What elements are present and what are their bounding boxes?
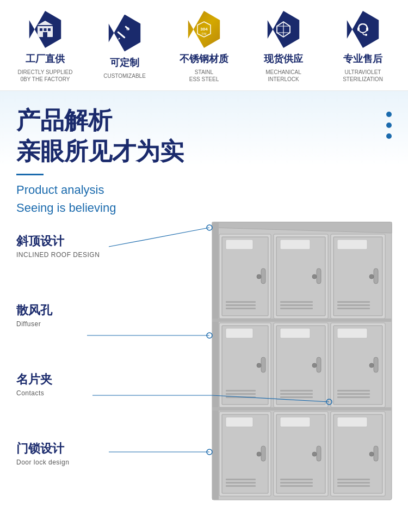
svg-rect-73	[276, 414, 325, 493]
svg-rect-37	[337, 240, 367, 249]
svg-rect-61	[337, 390, 370, 392]
dot-2	[386, 123, 392, 128]
svg-rect-76	[280, 479, 313, 480]
svg-rect-83	[337, 479, 370, 480]
inclined-roof-chinese: 斜顶设计	[16, 233, 147, 249]
svg-rect-66	[222, 414, 268, 493]
svg-rect-54	[280, 390, 313, 392]
svg-rect-60	[374, 357, 378, 372]
svg-point-94	[369, 452, 374, 456]
svg-rect-72	[274, 412, 328, 496]
svg-rect-44	[222, 326, 268, 405]
svg-rect-70	[226, 482, 256, 484]
svg-line-100	[212, 395, 329, 402]
svg-rect-58	[333, 326, 382, 405]
diffuser-chinese: 散风孔	[16, 302, 147, 319]
icon-item-stock: 现货供应 MECHANICALINTERLOCK	[244, 10, 323, 83]
svg-rect-24	[261, 268, 265, 284]
svg-rect-53	[317, 357, 321, 372]
svg-rect-71	[226, 485, 256, 487]
svg-rect-2	[44, 28, 47, 31]
steel-english: STAINLESS STEEL	[189, 69, 219, 83]
svg-rect-36	[333, 237, 382, 316]
svg-rect-59	[337, 328, 367, 338]
product-section: 产品解析 亲眼所见才为实 Product analysis Seeing is …	[0, 91, 408, 217]
svg-rect-51	[276, 326, 325, 405]
hexagon-custom	[105, 14, 144, 53]
svg-rect-55	[280, 393, 313, 395]
svg-rect-52	[280, 328, 310, 338]
svg-rect-62	[337, 393, 370, 395]
steel-hex: 304 F/M	[186, 11, 222, 48]
dot-1	[386, 112, 392, 117]
svg-rect-63	[337, 396, 370, 398]
svg-rect-46	[261, 357, 265, 372]
svg-rect-49	[226, 396, 256, 398]
svg-rect-67	[226, 417, 253, 427]
svg-rect-68	[261, 446, 265, 461]
svg-rect-77	[280, 482, 313, 484]
svg-rect-18	[212, 222, 392, 500]
svg-text:F/M: F/M	[202, 32, 207, 35]
svg-rect-75	[317, 446, 321, 461]
svg-point-98	[207, 333, 212, 338]
inclined-roof-english: INCLINED ROOF DESIGN	[16, 251, 147, 259]
svg-rect-35	[331, 234, 385, 319]
svg-rect-48	[226, 393, 256, 395]
svg-point-92	[257, 452, 261, 456]
svg-point-87	[312, 274, 317, 279]
feature-diffuser: 散风孔 Diffuser	[16, 302, 147, 328]
svg-rect-15	[357, 27, 360, 31]
svg-point-93	[312, 452, 317, 456]
svg-rect-39	[337, 301, 370, 303]
svg-rect-21	[219, 234, 271, 319]
feature-contacts: 名片夹 Contacts	[16, 371, 147, 397]
factory-chinese: 工厂直供	[26, 52, 65, 65]
svg-rect-56	[280, 396, 313, 398]
custom-english: CUSTOMIZABLE	[103, 72, 146, 80]
svg-rect-82	[374, 446, 378, 461]
feature-labels: 斜顶设计 INCLINED ROOF DESIGN 散风孔 Diffuser 名…	[16, 217, 147, 499]
svg-rect-42	[212, 319, 392, 322]
svg-rect-27	[226, 308, 256, 309]
svg-point-90	[312, 363, 317, 368]
contacts-chinese: 名片夹	[16, 371, 147, 388]
stock-hex	[265, 11, 302, 48]
svg-point-17	[365, 34, 367, 36]
diagram-section: 斜顶设计 INCLINED ROOF DESIGN 散风孔 Diffuser 名…	[0, 217, 408, 516]
steel-chinese: 不锈钢材质	[180, 52, 228, 65]
svg-rect-79	[331, 412, 385, 496]
custom-hex	[106, 15, 143, 52]
svg-rect-32	[280, 301, 313, 303]
svg-rect-31	[317, 268, 321, 284]
top-bar: 工厂直供 DIRECTLY SUPPLIED0BY THE FACTORY 可定…	[0, 0, 408, 91]
blue-divider	[16, 174, 44, 175]
svg-rect-7	[117, 31, 126, 39]
svg-rect-45	[226, 328, 253, 338]
svg-rect-38	[374, 268, 378, 284]
svg-rect-33	[280, 304, 313, 306]
svg-point-91	[369, 363, 374, 368]
icon-item-service: 专业售后 ULTRAVIOLETSTERILIZATION	[323, 10, 403, 83]
hexagon-steel: 304 F/M	[184, 10, 224, 49]
svg-marker-19	[212, 222, 392, 233]
svg-rect-20	[212, 222, 219, 500]
svg-point-8	[126, 27, 129, 30]
svg-rect-85	[337, 485, 370, 487]
icon-item-factory: 工厂直供 DIRECTLY SUPPLIED0BY THE FACTORY	[5, 10, 85, 83]
svg-point-96	[207, 225, 212, 230]
svg-rect-43	[219, 323, 271, 407]
svg-point-86	[257, 274, 261, 279]
feature-inclined-roof: 斜顶设计 INCLINED ROOF DESIGN	[16, 233, 147, 259]
svg-point-101	[326, 399, 332, 405]
hexagon-stock	[264, 10, 303, 49]
svg-rect-50	[274, 323, 328, 407]
svg-rect-80	[333, 414, 382, 493]
stock-english: MECHANICALINTERLOCK	[265, 69, 301, 83]
contacts-english: Contacts	[16, 389, 147, 397]
product-title-line2: 亲眼所见才为实	[16, 137, 392, 166]
service-english: ULTRAVIOLETSTERILIZATION	[343, 69, 383, 83]
factory-hex	[27, 11, 64, 48]
svg-point-89	[257, 363, 261, 368]
diffuser-english: Diffuser	[16, 320, 147, 328]
